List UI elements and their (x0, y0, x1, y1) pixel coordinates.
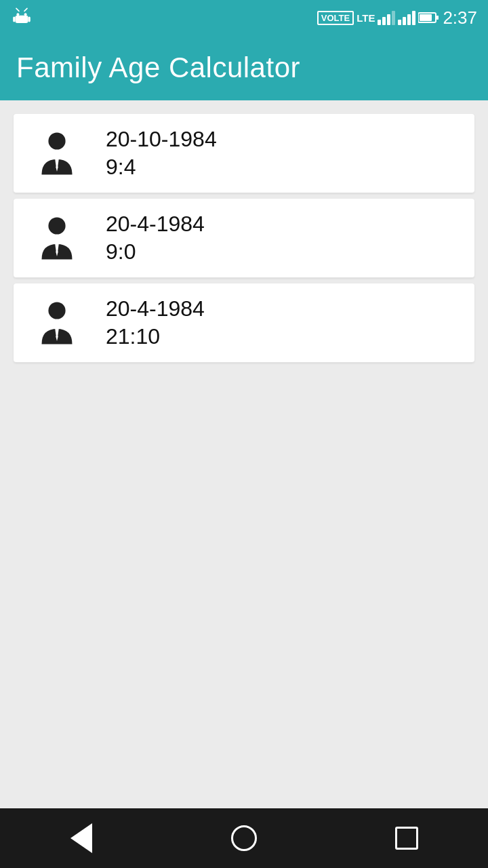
svg-point-21 (48, 217, 65, 234)
person-icon-1 (30, 126, 84, 180)
svg-rect-7 (378, 20, 381, 25)
item-date-1: 20-10-1984 (106, 127, 217, 152)
app-bar: Family Age Calculator (0, 35, 488, 100)
svg-rect-8 (382, 17, 386, 25)
person-icon-2 (30, 211, 84, 265)
svg-rect-17 (420, 14, 432, 21)
list-item[interactable]: 20-10-1984 9:4 (14, 114, 474, 193)
svg-rect-14 (412, 11, 415, 25)
recents-square-icon (395, 827, 418, 850)
home-button[interactable] (217, 811, 271, 865)
status-time: 2:37 (443, 7, 477, 28)
recents-button[interactable] (380, 811, 434, 865)
item-time-3: 21:10 (106, 324, 205, 349)
back-button[interactable] (54, 811, 108, 865)
android-icon (11, 7, 33, 28)
item-info-3: 20-4-1984 21:10 (106, 296, 205, 349)
signal-icon-2 (398, 10, 415, 25)
svg-line-6 (24, 8, 27, 11)
status-icons: VOLTE LTE (317, 10, 439, 25)
svg-rect-13 (407, 14, 411, 25)
item-info-2: 20-4-1984 9:0 (106, 212, 205, 264)
home-circle-icon (231, 825, 257, 851)
item-date-3: 20-4-1984 (106, 296, 205, 321)
svg-line-5 (16, 8, 19, 11)
person-svg-3 (33, 298, 81, 347)
lte-text: LTE (357, 12, 375, 24)
item-info-1: 20-10-1984 9:4 (106, 127, 217, 180)
item-date-2: 20-4-1984 (106, 212, 205, 237)
svg-rect-4 (28, 16, 30, 22)
svg-rect-10 (392, 11, 395, 25)
status-bar-right: VOLTE LTE 2:37 (317, 7, 477, 28)
volte-badge: VOLTE (317, 11, 354, 25)
svg-point-0 (16, 13, 19, 16)
svg-point-24 (48, 302, 65, 319)
person-svg-2 (33, 214, 81, 262)
signal-icon (378, 10, 395, 25)
svg-rect-9 (387, 14, 390, 25)
svg-point-18 (48, 132, 65, 149)
person-svg-1 (33, 129, 81, 178)
battery-icon (418, 11, 439, 24)
svg-rect-3 (13, 16, 15, 22)
list-item[interactable]: 20-4-1984 21:10 (14, 283, 474, 363)
svg-rect-11 (398, 20, 401, 25)
svg-rect-16 (436, 16, 439, 20)
status-bar-left (11, 7, 33, 28)
svg-rect-2 (15, 16, 28, 23)
list-item[interactable]: 20-4-1984 9:0 (14, 199, 474, 278)
item-time-2: 9:0 (106, 239, 205, 264)
person-icon-3 (30, 296, 84, 350)
back-triangle-icon (70, 823, 92, 853)
svg-point-1 (24, 13, 27, 16)
status-bar: VOLTE LTE 2:37 (0, 0, 488, 35)
content-area: 20-10-1984 9:4 20-4-1984 9:0 (0, 100, 488, 376)
app-title: Family Age Calculator (16, 52, 300, 84)
item-time-1: 9:4 (106, 155, 217, 180)
svg-rect-12 (403, 17, 406, 25)
bottom-nav (0, 808, 488, 868)
